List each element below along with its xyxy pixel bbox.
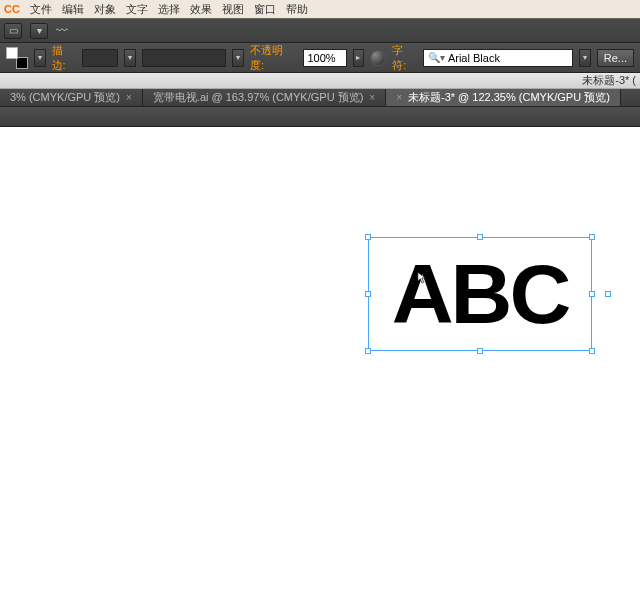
ruler-strip (0, 107, 640, 127)
close-icon[interactable]: × (126, 92, 132, 103)
close-icon[interactable]: × (396, 92, 402, 103)
menu-file[interactable]: 文件 (30, 2, 52, 17)
document-title: 未标题-3* ( (582, 73, 636, 88)
stroke-weight-field[interactable] (82, 49, 118, 67)
menu-view[interactable]: 视图 (222, 2, 244, 17)
handle-bottom-right[interactable] (589, 348, 595, 354)
menu-window[interactable]: 窗口 (254, 2, 276, 17)
menu-select[interactable]: 选择 (158, 2, 180, 17)
selection-bounding-box[interactable]: ABC (368, 237, 592, 351)
handle-top-right[interactable] (589, 234, 595, 240)
handle-middle-left[interactable] (365, 291, 371, 297)
opacity-dropdown[interactable]: ▸ (353, 49, 365, 67)
font-label: 字符: (392, 43, 417, 73)
opacity-label: 不透明度: (250, 43, 296, 73)
options-bar: ▾ 描边: ▾ ▾ 不透明度: 100% ▸ 字符: 🔍▾ Arial Blac… (0, 43, 640, 73)
menu-help[interactable]: 帮助 (286, 2, 308, 17)
canvas[interactable]: ABC (0, 127, 640, 616)
swatch-front (6, 47, 18, 59)
tab-doc-1[interactable]: 3% (CMYK/GPU 预览) × (0, 89, 143, 106)
artwork-text[interactable]: ABC (367, 238, 593, 350)
app-label: CC (4, 3, 20, 15)
handle-top-middle[interactable] (477, 234, 483, 240)
stroke-label: 描边: (52, 43, 77, 73)
tab-label-1: 3% (CMYK/GPU 预览) (10, 90, 120, 105)
stroke-weight-stepper[interactable]: ▾ (124, 49, 136, 67)
fill-stroke-swatch[interactable] (6, 47, 28, 69)
handle-bottom-left[interactable] (365, 348, 371, 354)
reset-button[interactable]: Re... (597, 49, 634, 67)
opacity-field[interactable]: 100% (303, 49, 347, 67)
menu-type[interactable]: 文字 (126, 2, 148, 17)
handle-text-port[interactable] (605, 291, 611, 297)
tab-label-2: 宽带电视.ai @ 163.97% (CMYK/GPU 预览) (153, 90, 363, 105)
menu-bar: CC 文件 编辑 对象 文字 选择 效果 视图 窗口 帮助 (0, 0, 640, 18)
menu-effect[interactable]: 效果 (190, 2, 212, 17)
menu-edit[interactable]: 编辑 (62, 2, 84, 17)
tabs-bar: 3% (CMYK/GPU 预览) × 宽带电视.ai @ 163.97% (CM… (0, 89, 640, 107)
handle-bottom-middle[interactable] (477, 348, 483, 354)
tab-label-3: 未标题-3* @ 122.35% (CMYK/GPU 预览) (408, 90, 610, 105)
handle-middle-right[interactable] (589, 291, 595, 297)
font-family-field[interactable]: 🔍▾ Arial Black (423, 49, 573, 67)
stroke-style-field[interactable] (142, 49, 226, 67)
tab-doc-3[interactable]: × 未标题-3* @ 122.35% (CMYK/GPU 预览) (386, 89, 621, 106)
close-icon[interactable]: × (369, 92, 375, 103)
doc-layout-button[interactable]: ▭ (4, 23, 22, 39)
tab-doc-2[interactable]: 宽带电视.ai @ 163.97% (CMYK/GPU 预览) × (143, 89, 386, 106)
document-title-bar: 未标题-3* ( (0, 73, 640, 89)
search-icon: 🔍▾ (428, 52, 445, 63)
preset-icon[interactable] (370, 50, 386, 66)
brush-icon: 〰 (56, 24, 68, 38)
control-bar: ▭ ▾ 〰 (0, 18, 640, 43)
font-family-value: Arial Black (448, 52, 500, 64)
handle-top-left[interactable] (365, 234, 371, 240)
stroke-style-dropdown[interactable]: ▾ (232, 49, 244, 67)
menu-object[interactable]: 对象 (94, 2, 116, 17)
font-family-dropdown[interactable]: ▾ (579, 49, 591, 67)
swatch-dropdown[interactable]: ▾ (34, 49, 46, 67)
doc-layout-dropdown[interactable]: ▾ (30, 23, 48, 39)
